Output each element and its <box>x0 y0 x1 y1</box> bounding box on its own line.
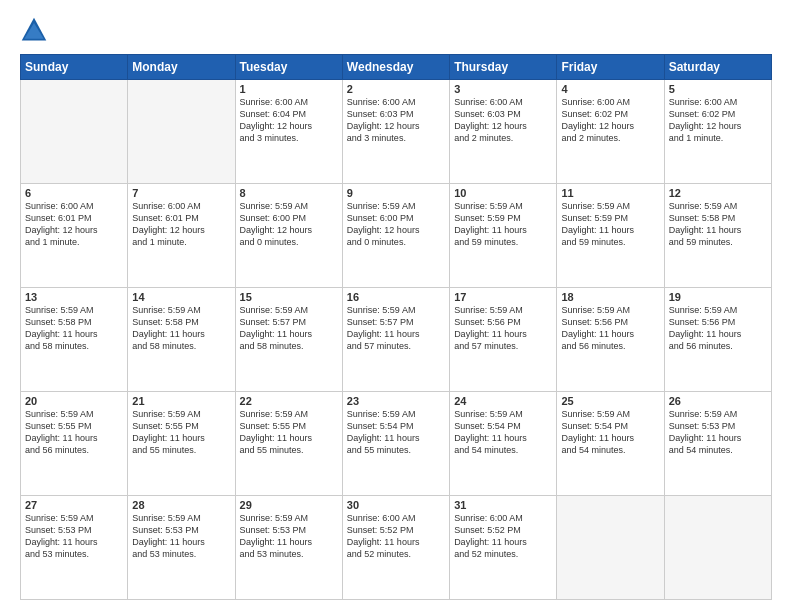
calendar-week-0: 1Sunrise: 6:00 AM Sunset: 6:04 PM Daylig… <box>21 80 772 184</box>
day-number: 3 <box>454 83 552 95</box>
day-info: Sunrise: 6:00 AM Sunset: 6:02 PM Dayligh… <box>669 96 767 145</box>
day-info: Sunrise: 5:59 AM Sunset: 5:53 PM Dayligh… <box>240 512 338 561</box>
day-info: Sunrise: 5:59 AM Sunset: 6:00 PM Dayligh… <box>347 200 445 249</box>
calendar-cell: 15Sunrise: 5:59 AM Sunset: 5:57 PM Dayli… <box>235 288 342 392</box>
day-number: 27 <box>25 499 123 511</box>
day-info: Sunrise: 5:59 AM Sunset: 5:58 PM Dayligh… <box>669 200 767 249</box>
calendar-cell: 3Sunrise: 6:00 AM Sunset: 6:03 PM Daylig… <box>450 80 557 184</box>
day-number: 17 <box>454 291 552 303</box>
day-info: Sunrise: 5:59 AM Sunset: 5:53 PM Dayligh… <box>132 512 230 561</box>
calendar-cell: 8Sunrise: 5:59 AM Sunset: 6:00 PM Daylig… <box>235 184 342 288</box>
calendar-cell: 4Sunrise: 6:00 AM Sunset: 6:02 PM Daylig… <box>557 80 664 184</box>
day-number: 7 <box>132 187 230 199</box>
day-info: Sunrise: 5:59 AM Sunset: 5:56 PM Dayligh… <box>454 304 552 353</box>
day-number: 2 <box>347 83 445 95</box>
day-info: Sunrise: 5:59 AM Sunset: 5:54 PM Dayligh… <box>561 408 659 457</box>
day-number: 4 <box>561 83 659 95</box>
calendar-week-4: 27Sunrise: 5:59 AM Sunset: 5:53 PM Dayli… <box>21 496 772 600</box>
day-number: 12 <box>669 187 767 199</box>
day-info: Sunrise: 5:59 AM Sunset: 5:54 PM Dayligh… <box>454 408 552 457</box>
day-number: 6 <box>25 187 123 199</box>
day-number: 13 <box>25 291 123 303</box>
day-number: 19 <box>669 291 767 303</box>
day-info: Sunrise: 5:59 AM Sunset: 5:53 PM Dayligh… <box>25 512 123 561</box>
day-number: 5 <box>669 83 767 95</box>
calendar-cell: 26Sunrise: 5:59 AM Sunset: 5:53 PM Dayli… <box>664 392 771 496</box>
day-info: Sunrise: 5:59 AM Sunset: 5:54 PM Dayligh… <box>347 408 445 457</box>
day-number: 22 <box>240 395 338 407</box>
day-number: 18 <box>561 291 659 303</box>
calendar-week-1: 6Sunrise: 6:00 AM Sunset: 6:01 PM Daylig… <box>21 184 772 288</box>
calendar-cell: 16Sunrise: 5:59 AM Sunset: 5:57 PM Dayli… <box>342 288 449 392</box>
day-info: Sunrise: 5:59 AM Sunset: 5:56 PM Dayligh… <box>561 304 659 353</box>
calendar-cell <box>128 80 235 184</box>
day-header-monday: Monday <box>128 55 235 80</box>
calendar-cell: 29Sunrise: 5:59 AM Sunset: 5:53 PM Dayli… <box>235 496 342 600</box>
calendar-cell: 13Sunrise: 5:59 AM Sunset: 5:58 PM Dayli… <box>21 288 128 392</box>
day-number: 29 <box>240 499 338 511</box>
day-info: Sunrise: 5:59 AM Sunset: 5:55 PM Dayligh… <box>240 408 338 457</box>
day-info: Sunrise: 5:59 AM Sunset: 5:53 PM Dayligh… <box>669 408 767 457</box>
calendar-cell: 31Sunrise: 6:00 AM Sunset: 5:52 PM Dayli… <box>450 496 557 600</box>
day-number: 16 <box>347 291 445 303</box>
day-number: 11 <box>561 187 659 199</box>
day-number: 30 <box>347 499 445 511</box>
calendar-cell: 7Sunrise: 6:00 AM Sunset: 6:01 PM Daylig… <box>128 184 235 288</box>
day-number: 26 <box>669 395 767 407</box>
calendar-week-3: 20Sunrise: 5:59 AM Sunset: 5:55 PM Dayli… <box>21 392 772 496</box>
calendar-cell <box>664 496 771 600</box>
calendar-cell: 6Sunrise: 6:00 AM Sunset: 6:01 PM Daylig… <box>21 184 128 288</box>
calendar-cell: 10Sunrise: 5:59 AM Sunset: 5:59 PM Dayli… <box>450 184 557 288</box>
day-number: 21 <box>132 395 230 407</box>
day-info: Sunrise: 5:59 AM Sunset: 5:59 PM Dayligh… <box>454 200 552 249</box>
day-info: Sunrise: 6:00 AM Sunset: 6:01 PM Dayligh… <box>132 200 230 249</box>
day-number: 14 <box>132 291 230 303</box>
day-number: 15 <box>240 291 338 303</box>
day-header-sunday: Sunday <box>21 55 128 80</box>
calendar-cell <box>557 496 664 600</box>
header <box>20 16 772 44</box>
day-info: Sunrise: 5:59 AM Sunset: 5:57 PM Dayligh… <box>347 304 445 353</box>
calendar-cell: 14Sunrise: 5:59 AM Sunset: 5:58 PM Dayli… <box>128 288 235 392</box>
logo <box>20 16 52 44</box>
calendar-cell: 19Sunrise: 5:59 AM Sunset: 5:56 PM Dayli… <box>664 288 771 392</box>
day-info: Sunrise: 5:59 AM Sunset: 5:55 PM Dayligh… <box>132 408 230 457</box>
day-info: Sunrise: 6:00 AM Sunset: 6:02 PM Dayligh… <box>561 96 659 145</box>
day-number: 9 <box>347 187 445 199</box>
calendar-cell: 9Sunrise: 5:59 AM Sunset: 6:00 PM Daylig… <box>342 184 449 288</box>
calendar-cell: 2Sunrise: 6:00 AM Sunset: 6:03 PM Daylig… <box>342 80 449 184</box>
day-info: Sunrise: 5:59 AM Sunset: 5:58 PM Dayligh… <box>132 304 230 353</box>
calendar-cell: 21Sunrise: 5:59 AM Sunset: 5:55 PM Dayli… <box>128 392 235 496</box>
day-info: Sunrise: 5:59 AM Sunset: 5:59 PM Dayligh… <box>561 200 659 249</box>
day-info: Sunrise: 6:00 AM Sunset: 6:04 PM Dayligh… <box>240 96 338 145</box>
day-header-saturday: Saturday <box>664 55 771 80</box>
day-info: Sunrise: 6:00 AM Sunset: 6:01 PM Dayligh… <box>25 200 123 249</box>
day-info: Sunrise: 5:59 AM Sunset: 5:58 PM Dayligh… <box>25 304 123 353</box>
day-info: Sunrise: 5:59 AM Sunset: 5:56 PM Dayligh… <box>669 304 767 353</box>
calendar-cell: 23Sunrise: 5:59 AM Sunset: 5:54 PM Dayli… <box>342 392 449 496</box>
day-header-wednesday: Wednesday <box>342 55 449 80</box>
calendar-header-row: SundayMondayTuesdayWednesdayThursdayFrid… <box>21 55 772 80</box>
calendar-cell: 11Sunrise: 5:59 AM Sunset: 5:59 PM Dayli… <box>557 184 664 288</box>
day-number: 25 <box>561 395 659 407</box>
day-header-friday: Friday <box>557 55 664 80</box>
day-info: Sunrise: 6:00 AM Sunset: 5:52 PM Dayligh… <box>347 512 445 561</box>
day-number: 28 <box>132 499 230 511</box>
day-info: Sunrise: 6:00 AM Sunset: 5:52 PM Dayligh… <box>454 512 552 561</box>
day-header-tuesday: Tuesday <box>235 55 342 80</box>
calendar-cell: 1Sunrise: 6:00 AM Sunset: 6:04 PM Daylig… <box>235 80 342 184</box>
calendar-cell: 18Sunrise: 5:59 AM Sunset: 5:56 PM Dayli… <box>557 288 664 392</box>
calendar-cell <box>21 80 128 184</box>
logo-icon <box>20 16 48 44</box>
day-number: 23 <box>347 395 445 407</box>
calendar-cell: 20Sunrise: 5:59 AM Sunset: 5:55 PM Dayli… <box>21 392 128 496</box>
calendar-cell: 22Sunrise: 5:59 AM Sunset: 5:55 PM Dayli… <box>235 392 342 496</box>
day-info: Sunrise: 5:59 AM Sunset: 5:57 PM Dayligh… <box>240 304 338 353</box>
day-number: 1 <box>240 83 338 95</box>
day-number: 31 <box>454 499 552 511</box>
day-number: 8 <box>240 187 338 199</box>
calendar-cell: 17Sunrise: 5:59 AM Sunset: 5:56 PM Dayli… <box>450 288 557 392</box>
calendar-cell: 27Sunrise: 5:59 AM Sunset: 5:53 PM Dayli… <box>21 496 128 600</box>
calendar-cell: 30Sunrise: 6:00 AM Sunset: 5:52 PM Dayli… <box>342 496 449 600</box>
calendar-cell: 24Sunrise: 5:59 AM Sunset: 5:54 PM Dayli… <box>450 392 557 496</box>
